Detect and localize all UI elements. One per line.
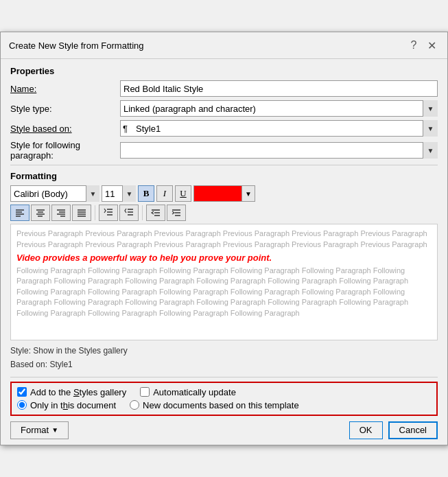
toolbar-separator2	[142, 205, 143, 220]
preview-box: Previous Paragraph Previous Paragraph Pr…	[10, 224, 438, 340]
preview-follow-para: Following Paragraph Following Paragraph …	[16, 266, 432, 318]
options-row1: Add to the Styles gallery Automatically …	[17, 387, 431, 397]
new-docs-radio[interactable]	[130, 400, 139, 410]
style-based-on-wrapper: Style1 ▼ ¶	[120, 120, 438, 137]
align-center-icon	[36, 209, 45, 217]
name-input[interactable]	[120, 80, 438, 97]
style-info-line2: Based on: Style1	[10, 358, 438, 371]
alignment-toolbar	[10, 205, 438, 221]
title-bar: Create New Style from Formatting ? ✕	[1, 32, 447, 59]
add-to-gallery-option[interactable]: Add to the Styles gallery	[17, 387, 126, 397]
new-docs-option[interactable]: New documents based on this template	[130, 400, 299, 410]
line-spacing-2-icon	[124, 208, 134, 218]
style-based-on-row: Style based on: Style1 ▼ ¶	[10, 120, 438, 137]
footer-right: OK Cancel	[349, 421, 438, 439]
options-row2: Only in this document New documents base…	[17, 400, 431, 410]
only-in-doc-radio[interactable]	[17, 400, 27, 410]
color-dropdown-button[interactable]: ▼	[241, 185, 255, 202]
style-following-wrapper: ▼	[120, 142, 438, 159]
formatting-toolbar-row1: Calibri (Body) ▼ 11 ▼ B I U	[10, 185, 438, 202]
line-spacing-1-button[interactable]	[99, 205, 118, 221]
font-select[interactable]: Calibri (Body)	[10, 185, 99, 202]
format-arrow-icon: ▼	[51, 426, 58, 434]
divider1	[10, 165, 438, 165]
divider2	[10, 377, 438, 377]
style-based-on-label: Style based on:	[10, 124, 120, 134]
style-type-select[interactable]: Linked (paragraph and character)	[120, 100, 438, 117]
bold-button[interactable]: B	[138, 185, 154, 202]
create-style-dialog: Create New Style from Formatting ? ✕ Pro…	[0, 32, 448, 445]
add-to-gallery-checkbox[interactable]	[17, 387, 27, 397]
style-info: Style: Show in the Styles gallery Based …	[10, 345, 438, 371]
dialog-body: Properties Name: Style type: Linked (par…	[1, 59, 447, 444]
style-type-label: Style type:	[10, 104, 120, 114]
name-row: Name:	[10, 80, 438, 97]
color-button-wrapper: ▼	[193, 185, 255, 202]
formatting-section: Formatting Calibri (Body) ▼ 11 ▼	[10, 171, 438, 340]
font-size-select[interactable]: 11	[102, 185, 136, 202]
line-spacing-2-button[interactable]	[119, 205, 139, 221]
help-button[interactable]: ?	[406, 38, 421, 53]
new-docs-label: New documents based on this template	[143, 400, 299, 410]
footer-row: Format ▼ OK Cancel	[10, 421, 438, 439]
indent-increase-button[interactable]	[167, 205, 186, 221]
align-left-icon	[15, 209, 25, 217]
only-in-doc-label: Only in this document	[30, 400, 116, 410]
indent-increase-icon	[171, 208, 182, 218]
style-following-select[interactable]	[120, 142, 438, 159]
align-right-button[interactable]	[51, 205, 71, 221]
indent-decrease-button[interactable]	[146, 205, 165, 221]
style-type-select-wrapper: Linked (paragraph and character) ▼	[120, 100, 438, 117]
toolbar-separator1	[95, 205, 95, 220]
dialog-title: Create New Style from Formatting	[9, 40, 144, 51]
style-following-label: Style for following paragraph:	[10, 140, 120, 161]
format-button[interactable]: Format ▼	[10, 421, 69, 439]
auto-update-checkbox[interactable]	[140, 387, 150, 397]
preview-prev-para: Previous Paragraph Previous Paragraph Pr…	[16, 229, 432, 250]
formatting-section-label: Formatting	[10, 171, 438, 181]
style-based-on-select[interactable]: Style1	[120, 120, 438, 137]
font-select-wrapper: Calibri (Body) ▼	[10, 185, 99, 202]
auto-update-option[interactable]: Automatically update	[140, 387, 236, 397]
justify-icon	[77, 209, 86, 217]
format-label: Format	[21, 425, 49, 435]
underline-button[interactable]: U	[175, 185, 191, 202]
footer-left: Format ▼	[10, 421, 69, 439]
align-left-button[interactable]	[10, 205, 30, 221]
justify-button[interactable]	[72, 205, 91, 221]
properties-section-label: Properties	[10, 66, 438, 76]
align-right-icon	[56, 209, 66, 217]
options-box: Add to the Styles gallery Automatically …	[10, 382, 438, 416]
cancel-button[interactable]: Cancel	[388, 421, 438, 439]
style-following-row: Style for following paragraph: ▼	[10, 140, 438, 161]
only-in-doc-option[interactable]: Only in this document	[17, 400, 116, 410]
ok-button[interactable]: OK	[349, 421, 383, 439]
auto-update-label: Automatically update	[153, 387, 236, 397]
close-button[interactable]: ✕	[424, 38, 439, 53]
italic-button[interactable]: I	[156, 185, 173, 202]
color-preview	[193, 185, 241, 202]
indent-decrease-icon	[150, 208, 161, 218]
font-size-wrapper: 11 ▼	[102, 185, 136, 202]
style-type-row: Style type: Linked (paragraph and charac…	[10, 100, 438, 117]
style-info-line1: Style: Show in the Styles gallery	[10, 345, 438, 358]
add-to-gallery-label: Add to the Styles gallery	[30, 387, 126, 397]
align-center-button[interactable]	[31, 205, 50, 221]
preview-main-para: Video provides a powerful way to help yo…	[16, 253, 432, 263]
name-label: Name:	[10, 84, 120, 94]
line-spacing-1-icon	[104, 208, 113, 218]
title-bar-controls: ? ✕	[406, 38, 439, 53]
